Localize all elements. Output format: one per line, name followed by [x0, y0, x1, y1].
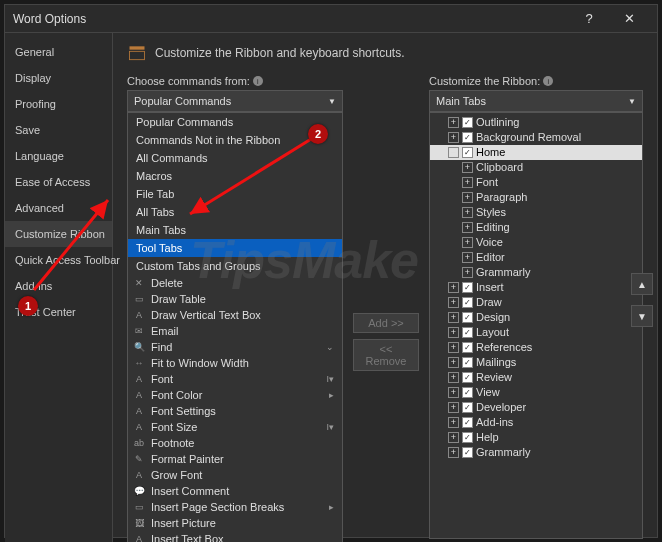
dropdown-item[interactable]: Main Tabs — [128, 221, 342, 239]
expand-icon[interactable]: + — [448, 372, 459, 383]
expand-icon[interactable]: + — [462, 237, 473, 248]
tree-item[interactable]: +✓Mailings — [430, 355, 642, 370]
tree-item[interactable]: +✓Outlining — [430, 115, 642, 130]
tree-item[interactable]: +✓Layout — [430, 325, 642, 340]
tree-item[interactable]: +✓Help — [430, 430, 642, 445]
checkbox[interactable]: ✓ — [462, 297, 473, 308]
expand-icon[interactable]: + — [448, 312, 459, 323]
info-icon[interactable]: i — [253, 76, 263, 86]
command-item[interactable]: AGrow Font — [128, 467, 342, 483]
tree-item[interactable]: +Styles — [430, 205, 642, 220]
sidebar-item-trust-center[interactable]: Trust Center — [5, 299, 112, 325]
expand-icon[interactable]: + — [462, 177, 473, 188]
checkbox[interactable]: ✓ — [462, 282, 473, 293]
choose-commands-combo[interactable]: Popular Commands ▼ — [127, 90, 343, 112]
checkbox[interactable]: ✓ — [462, 342, 473, 353]
sidebar-item-advanced[interactable]: Advanced — [5, 195, 112, 221]
expand-icon[interactable]: + — [462, 192, 473, 203]
checkbox[interactable]: ✓ — [462, 327, 473, 338]
command-item[interactable]: ✉Email — [128, 323, 342, 339]
sidebar-item-save[interactable]: Save — [5, 117, 112, 143]
checkbox[interactable]: ✓ — [462, 312, 473, 323]
tree-item[interactable]: +✓References — [430, 340, 642, 355]
expand-icon[interactable]: + — [462, 162, 473, 173]
info-icon[interactable]: i — [543, 76, 553, 86]
checkbox[interactable]: ✓ — [462, 147, 473, 158]
remove-button[interactable]: << Remove — [353, 339, 419, 371]
move-down-button[interactable]: ▼ — [631, 305, 653, 327]
collapse-icon[interactable]: − — [448, 147, 459, 158]
ribbon-tree[interactable]: +✓Outlining+✓Background Removal−✓Home+Cl… — [429, 112, 643, 539]
expand-icon[interactable]: + — [448, 402, 459, 413]
checkbox[interactable]: ✓ — [462, 117, 473, 128]
tree-item[interactable]: +✓Grammarly — [430, 445, 642, 460]
checkbox[interactable]: ✓ — [462, 417, 473, 428]
command-item[interactable]: AInsert Text Box — [128, 531, 342, 542]
tree-item[interactable]: +Editing — [430, 220, 642, 235]
command-item[interactable]: AFontI▾ — [128, 371, 342, 387]
sidebar-item-quick-access-toolbar[interactable]: Quick Access Toolbar — [5, 247, 112, 273]
help-button[interactable]: ? — [569, 5, 609, 33]
sidebar-item-add-ins[interactable]: Add-ins — [5, 273, 112, 299]
command-item[interactable]: ↔Fit to Window Width — [128, 355, 342, 371]
command-item[interactable]: ▭Draw Table — [128, 291, 342, 307]
sidebar-item-proofing[interactable]: Proofing — [5, 91, 112, 117]
checkbox[interactable]: ✓ — [462, 387, 473, 398]
dropdown-item[interactable]: File Tab — [128, 185, 342, 203]
tree-item[interactable]: +✓Review — [430, 370, 642, 385]
expand-icon[interactable]: + — [448, 282, 459, 293]
dropdown-item[interactable]: Commands Not in the Ribbon — [128, 131, 342, 149]
tree-item[interactable]: −✓Home — [430, 145, 642, 160]
ribbon-scope-combo[interactable]: Main Tabs ▼ — [429, 90, 643, 112]
tree-item[interactable]: +Voice — [430, 235, 642, 250]
expand-icon[interactable]: + — [448, 342, 459, 353]
move-up-button[interactable]: ▲ — [631, 273, 653, 295]
command-item[interactable]: ▭Insert Page Section Breaks▸ — [128, 499, 342, 515]
expand-icon[interactable]: + — [448, 327, 459, 338]
command-item[interactable]: 🔍Find⌄ — [128, 339, 342, 355]
checkbox[interactable]: ✓ — [462, 132, 473, 143]
tree-item[interactable]: +✓Design — [430, 310, 642, 325]
dropdown-item[interactable]: All Commands — [128, 149, 342, 167]
command-item[interactable]: abFootnote — [128, 435, 342, 451]
tree-item[interactable]: +✓Developer — [430, 400, 642, 415]
command-item[interactable]: ADraw Vertical Text Box — [128, 307, 342, 323]
dropdown-item[interactable]: Popular Commands — [128, 113, 342, 131]
expand-icon[interactable]: + — [448, 297, 459, 308]
expand-icon[interactable]: + — [462, 252, 473, 263]
expand-icon[interactable]: + — [462, 207, 473, 218]
tree-item[interactable]: +✓Background Removal — [430, 130, 642, 145]
sidebar-item-ease-of-access[interactable]: Ease of Access — [5, 169, 112, 195]
tree-item[interactable]: +✓Insert — [430, 280, 642, 295]
sidebar-item-customize-ribbon[interactable]: Customize Ribbon — [5, 221, 112, 247]
sidebar-item-general[interactable]: General — [5, 39, 112, 65]
expand-icon[interactable]: + — [448, 117, 459, 128]
sidebar-item-display[interactable]: Display — [5, 65, 112, 91]
tree-item[interactable]: +Paragraph — [430, 190, 642, 205]
tree-item[interactable]: +Editor — [430, 250, 642, 265]
command-item[interactable]: AFont Color▸ — [128, 387, 342, 403]
expand-icon[interactable]: + — [462, 267, 473, 278]
command-item[interactable]: ✕Delete — [128, 275, 342, 291]
checkbox[interactable]: ✓ — [462, 447, 473, 458]
expand-icon[interactable]: + — [462, 222, 473, 233]
expand-icon[interactable]: + — [448, 447, 459, 458]
command-item[interactable]: 💬Insert Comment — [128, 483, 342, 499]
tree-item[interactable]: +✓View — [430, 385, 642, 400]
tree-item[interactable]: +Clipboard — [430, 160, 642, 175]
expand-icon[interactable]: + — [448, 132, 459, 143]
add-button[interactable]: Add >> — [353, 313, 419, 333]
expand-icon[interactable]: + — [448, 432, 459, 443]
dropdown-item[interactable]: Tool Tabs — [128, 239, 342, 257]
expand-icon[interactable]: + — [448, 387, 459, 398]
tree-item[interactable]: +✓Add-ins — [430, 415, 642, 430]
commands-listbox[interactable]: Popular CommandsCommands Not in the Ribb… — [127, 112, 343, 542]
dropdown-item[interactable]: Macros — [128, 167, 342, 185]
checkbox[interactable]: ✓ — [462, 432, 473, 443]
command-item[interactable]: AFont SizeI▾ — [128, 419, 342, 435]
command-item[interactable]: 🖼Insert Picture — [128, 515, 342, 531]
checkbox[interactable]: ✓ — [462, 357, 473, 368]
checkbox[interactable]: ✓ — [462, 372, 473, 383]
dropdown-item[interactable]: Custom Tabs and Groups — [128, 257, 342, 275]
close-button[interactable]: ✕ — [609, 5, 649, 33]
